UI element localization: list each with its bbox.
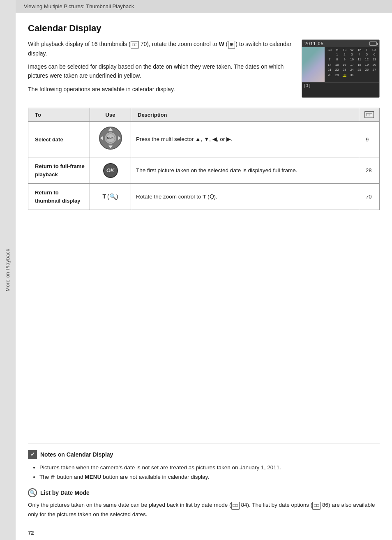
- header-title: Viewing Multiple Pictures: Thumbnail Pla…: [24, 3, 134, 9]
- td-full-frame: Return to full-frame playback: [28, 157, 90, 184]
- list-date-header: 🔍 List by Date Mode: [28, 488, 380, 497]
- sel-arrow-bottom: [108, 145, 113, 148]
- cal-cell: 22: [333, 67, 341, 72]
- cal-cell: 24: [348, 67, 355, 72]
- zoom-symbol: (🔍): [107, 192, 118, 201]
- td-use-zoom: T (🔍): [90, 184, 131, 210]
- sidebar-label: More on Playback: [5, 249, 11, 291]
- intro-text: With playback display of 16 thumbnails (…: [28, 39, 293, 98]
- cal-cell: 28: [326, 73, 333, 78]
- th-use: Use: [90, 108, 131, 122]
- list-date-icon-inner: 🔍: [30, 490, 36, 496]
- cal-cell: 16: [341, 62, 348, 67]
- notes-icon: ✓: [28, 450, 37, 459]
- cal-cell: [363, 73, 371, 78]
- cam-bottom-bar: [ 3 ]: [302, 82, 379, 88]
- td-use-selector: S OK: [90, 122, 131, 157]
- cal-cell: 20: [371, 62, 378, 67]
- page-wrapper: More on Playback Viewing Multiple Pictur…: [0, 0, 392, 540]
- cal-cell: 26: [363, 67, 371, 72]
- intro-para2: Images can be selected for display based…: [28, 62, 293, 81]
- zoom-control-icon: T (🔍): [103, 192, 118, 201]
- cal-cell-underlined: 30: [341, 73, 348, 78]
- list-date-title: List by Date Mode: [40, 489, 90, 496]
- cal-cell: 9: [341, 57, 348, 62]
- t-inline-bold: T: [203, 194, 206, 200]
- list-date-icon: 🔍: [28, 488, 37, 497]
- ref-84: □□: [231, 502, 240, 510]
- intro-para3: The following operations are available i…: [28, 85, 293, 94]
- th-page: □□: [359, 108, 380, 122]
- td-page-select-date: 9: [359, 122, 380, 157]
- intro-section: With playback display of 16 thumbnails (…: [28, 39, 380, 98]
- cal-cell: 12: [363, 57, 371, 62]
- cal-cell: 2: [341, 52, 348, 57]
- cal-cell: 8: [333, 57, 341, 62]
- cal-day-sa: Sa: [371, 48, 378, 52]
- cal-cell: 18: [356, 62, 363, 67]
- book-icon-header: □□: [364, 111, 374, 118]
- cal-header-row: Su M Tu W Th F Sa: [326, 48, 378, 52]
- cal-cell: 29: [333, 73, 341, 78]
- sel-arrow-right: [118, 136, 121, 140]
- notes-item-1: Pictures taken when the camera's date is…: [39, 463, 380, 473]
- menu-label: MENU: [85, 474, 101, 480]
- notes-list: Pictures taken when the camera's date is…: [28, 463, 380, 482]
- ref-86: □□: [312, 502, 321, 510]
- page-number: 72: [28, 530, 34, 536]
- content-area: Calendar Display With playback display o…: [16, 13, 392, 527]
- cal-cell: [371, 73, 378, 78]
- cal-cell: [326, 52, 333, 57]
- td-page-thumbnail: 70: [359, 184, 380, 210]
- cal-cell: 5: [363, 52, 371, 57]
- notes-section: ✓ Notes on Calendar Display Pictures tak…: [28, 443, 380, 519]
- cal-cell: 15: [333, 62, 341, 67]
- td-thumbnail-display: Return to thumbnail display: [28, 184, 90, 210]
- th-to: To: [28, 108, 90, 122]
- cam-bottom-label: [ 3 ]: [304, 83, 310, 88]
- cal-day-su: Su: [326, 48, 333, 52]
- cal-cell: [326, 78, 333, 78]
- sel-s-label: S: [107, 136, 109, 141]
- cal-cell: 27: [371, 67, 378, 72]
- page-title: Calendar Display: [28, 23, 380, 34]
- camera-display: 2011 05 Su M Tu W: [302, 39, 380, 98]
- td-page-full-frame: 28: [359, 157, 380, 184]
- cal-cell: 1: [333, 52, 341, 57]
- cal-cell: 6: [371, 52, 378, 57]
- table-row: Select date S OK: [28, 122, 380, 157]
- thumb-inner: [302, 47, 325, 82]
- trash-icon: 🗑: [51, 473, 55, 481]
- td-desc-full-frame: The first picture taken on the selected …: [131, 157, 359, 184]
- cal-cell: 3: [348, 52, 355, 57]
- notes-item-2: The 🗑 button and MENU button are not ava…: [39, 473, 380, 482]
- th-desc: Description: [131, 108, 359, 122]
- cam-main-area: Su M Tu W Th F Sa 1 2: [302, 47, 379, 82]
- intro-para1: With playback display of 16 thumbnails (…: [28, 39, 293, 58]
- td-desc-thumbnail: Rotate the zoom control to T (Q̣).: [131, 184, 359, 210]
- ref-70a: □□: [131, 41, 139, 48]
- page-number-bar: 72: [16, 527, 392, 540]
- cal-day-m: M: [333, 48, 341, 52]
- list-date-section: 🔍 List by Date Mode Only the pictures ta…: [28, 488, 380, 519]
- cal-cell: 4: [356, 52, 363, 57]
- sidebar: More on Playback: [0, 0, 16, 540]
- cal-grid: 1 2 3 4 5 6 7 8 9 10 11: [326, 52, 378, 78]
- top-header: Viewing Multiple Pictures: Thumbnail Pla…: [16, 0, 392, 13]
- main-content: Viewing Multiple Pictures: Thumbnail Pla…: [16, 0, 392, 540]
- sel-ok-label: OK: [109, 136, 114, 141]
- ok-label: OK: [106, 166, 115, 175]
- notes-header: ✓ Notes on Calendar Display: [28, 450, 380, 459]
- td-desc-select-date: Press the multi selector ▲, ▼, ◀, or ▶.: [131, 122, 359, 157]
- table-row: Return to thumbnail display T (🔍) Rotate…: [28, 184, 380, 210]
- cal-cell: [356, 73, 363, 78]
- w-label: W: [219, 41, 224, 47]
- cal-cell: 19: [363, 62, 371, 67]
- table-header-row: To Use Description □□: [28, 108, 380, 122]
- td-select-date: Select date: [28, 122, 90, 157]
- notes-icon-inner: ✓: [30, 451, 35, 457]
- cal-cell: 13: [371, 57, 378, 62]
- list-date-text: Only the pictures taken on the same date…: [28, 501, 380, 519]
- multi-selector-icon: S OK: [99, 127, 122, 150]
- sel-center: S OK: [106, 134, 115, 143]
